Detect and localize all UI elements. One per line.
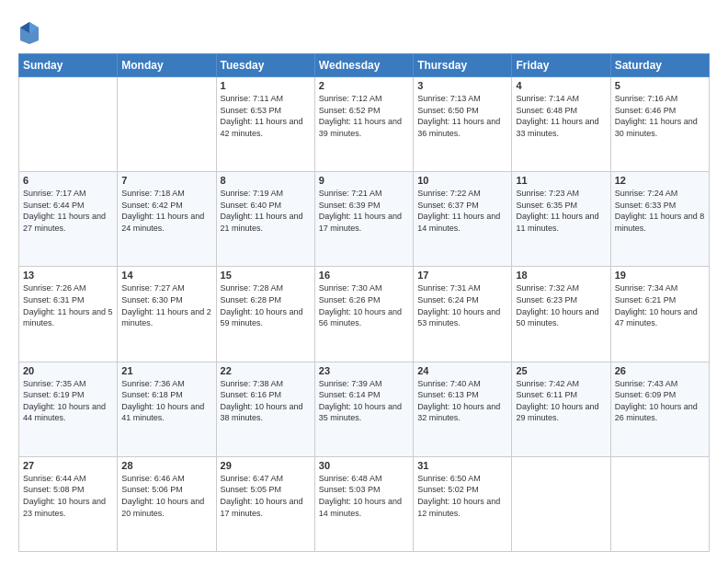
day-number: 17	[417, 270, 507, 281]
day-number: 16	[319, 270, 409, 281]
day-number: 4	[516, 80, 606, 91]
day-info: Sunrise: 7:23 AM Sunset: 6:35 PM Dayligh…	[516, 188, 606, 234]
day-number: 27	[23, 460, 113, 471]
day-number: 19	[615, 270, 705, 281]
calendar-day-cell: 31Sunrise: 6:50 AM Sunset: 5:02 PM Dayli…	[414, 456, 512, 551]
calendar-day-cell: 5Sunrise: 7:16 AM Sunset: 6:46 PM Daylig…	[610, 77, 709, 172]
day-info: Sunrise: 6:44 AM Sunset: 5:08 PM Dayligh…	[23, 473, 113, 519]
calendar-day-cell	[118, 77, 216, 172]
calendar-day-cell: 3Sunrise: 7:13 AM Sunset: 6:50 PM Daylig…	[414, 77, 512, 172]
calendar-week-row: 27Sunrise: 6:44 AM Sunset: 5:08 PM Dayli…	[19, 456, 710, 551]
calendar-day-cell: 17Sunrise: 7:31 AM Sunset: 6:24 PM Dayli…	[414, 267, 512, 362]
calendar-day-cell: 16Sunrise: 7:30 AM Sunset: 6:26 PM Dayli…	[314, 267, 413, 362]
day-number: 15	[221, 270, 311, 281]
calendar-day-cell: 30Sunrise: 6:48 AM Sunset: 5:03 PM Dayli…	[314, 456, 413, 551]
calendar-day-cell: 14Sunrise: 7:27 AM Sunset: 6:30 PM Dayli…	[118, 267, 216, 362]
day-info: Sunrise: 7:35 AM Sunset: 6:19 PM Dayligh…	[23, 378, 113, 424]
day-of-week-header: Sunday	[19, 54, 118, 77]
day-number: 24	[417, 365, 507, 376]
day-info: Sunrise: 6:48 AM Sunset: 5:03 PM Dayligh…	[319, 473, 409, 519]
calendar-week-row: 13Sunrise: 7:26 AM Sunset: 6:31 PM Dayli…	[19, 267, 710, 362]
day-info: Sunrise: 6:47 AM Sunset: 5:05 PM Dayligh…	[221, 473, 311, 519]
calendar-day-cell: 26Sunrise: 7:43 AM Sunset: 6:09 PM Dayli…	[610, 362, 709, 456]
day-number: 11	[516, 175, 606, 186]
calendar-day-cell: 13Sunrise: 7:26 AM Sunset: 6:31 PM Dayli…	[19, 267, 118, 362]
day-info: Sunrise: 7:28 AM Sunset: 6:28 PM Dayligh…	[221, 282, 311, 328]
day-info: Sunrise: 7:16 AM Sunset: 6:46 PM Dayligh…	[615, 93, 705, 139]
calendar-day-cell: 7Sunrise: 7:18 AM Sunset: 6:42 PM Daylig…	[118, 172, 216, 267]
day-info: Sunrise: 7:31 AM Sunset: 6:24 PM Dayligh…	[417, 282, 507, 328]
calendar-day-cell	[610, 456, 709, 551]
day-number: 20	[23, 365, 113, 376]
day-number: 30	[319, 460, 409, 471]
day-info: Sunrise: 7:11 AM Sunset: 6:53 PM Dayligh…	[221, 93, 311, 139]
calendar-day-cell: 4Sunrise: 7:14 AM Sunset: 6:48 PM Daylig…	[512, 77, 610, 172]
day-info: Sunrise: 7:12 AM Sunset: 6:52 PM Dayligh…	[319, 93, 409, 139]
day-number: 21	[121, 365, 211, 376]
day-info: Sunrise: 7:36 AM Sunset: 6:18 PM Dayligh…	[121, 378, 211, 424]
calendar-day-cell: 1Sunrise: 7:11 AM Sunset: 6:53 PM Daylig…	[216, 77, 314, 172]
calendar-day-cell: 19Sunrise: 7:34 AM Sunset: 6:21 PM Dayli…	[610, 267, 709, 362]
day-info: Sunrise: 7:32 AM Sunset: 6:23 PM Dayligh…	[516, 282, 606, 328]
day-number: 10	[417, 175, 507, 186]
day-info: Sunrise: 7:26 AM Sunset: 6:31 PM Dayligh…	[23, 282, 113, 328]
calendar-day-cell: 6Sunrise: 7:17 AM Sunset: 6:44 PM Daylig…	[19, 172, 118, 267]
day-of-week-header: Wednesday	[314, 54, 413, 77]
calendar-day-cell	[19, 77, 118, 172]
calendar-day-cell: 11Sunrise: 7:23 AM Sunset: 6:35 PM Dayli…	[512, 172, 610, 267]
day-number: 9	[319, 175, 409, 186]
logo	[18, 20, 44, 46]
day-of-week-header: Saturday	[610, 54, 709, 77]
day-number: 31	[417, 460, 507, 471]
day-number: 3	[417, 80, 507, 91]
calendar-day-cell: 24Sunrise: 7:40 AM Sunset: 6:13 PM Dayli…	[414, 362, 512, 456]
day-info: Sunrise: 7:34 AM Sunset: 6:21 PM Dayligh…	[615, 282, 705, 328]
day-number: 2	[319, 80, 409, 91]
day-info: Sunrise: 7:22 AM Sunset: 6:37 PM Dayligh…	[417, 188, 507, 234]
calendar-week-row: 6Sunrise: 7:17 AM Sunset: 6:44 PM Daylig…	[19, 172, 710, 267]
day-info: Sunrise: 7:42 AM Sunset: 6:11 PM Dayligh…	[516, 378, 606, 424]
day-number: 28	[121, 460, 211, 471]
day-info: Sunrise: 7:24 AM Sunset: 6:33 PM Dayligh…	[615, 188, 705, 234]
page: SundayMondayTuesdayWednesdayThursdayFrid…	[0, 0, 728, 563]
calendar-day-cell: 21Sunrise: 7:36 AM Sunset: 6:18 PM Dayli…	[118, 362, 216, 456]
day-number: 7	[121, 175, 211, 186]
day-info: Sunrise: 7:18 AM Sunset: 6:42 PM Dayligh…	[121, 188, 211, 234]
calendar-day-cell: 12Sunrise: 7:24 AM Sunset: 6:33 PM Dayli…	[610, 172, 709, 267]
calendar-day-cell: 23Sunrise: 7:39 AM Sunset: 6:14 PM Dayli…	[314, 362, 413, 456]
day-number: 5	[615, 80, 705, 91]
day-info: Sunrise: 6:50 AM Sunset: 5:02 PM Dayligh…	[417, 473, 507, 519]
day-info: Sunrise: 7:39 AM Sunset: 6:14 PM Dayligh…	[319, 378, 409, 424]
calendar-header-row: SundayMondayTuesdayWednesdayThursdayFrid…	[19, 54, 710, 77]
day-number: 13	[23, 270, 113, 281]
day-info: Sunrise: 7:40 AM Sunset: 6:13 PM Dayligh…	[417, 378, 507, 424]
day-info: Sunrise: 7:17 AM Sunset: 6:44 PM Dayligh…	[23, 188, 113, 234]
day-number: 8	[221, 175, 311, 186]
calendar-week-row: 20Sunrise: 7:35 AM Sunset: 6:19 PM Dayli…	[19, 362, 710, 456]
calendar-day-cell: 10Sunrise: 7:22 AM Sunset: 6:37 PM Dayli…	[414, 172, 512, 267]
calendar: SundayMondayTuesdayWednesdayThursdayFrid…	[18, 53, 710, 552]
day-number: 22	[221, 365, 311, 376]
calendar-week-row: 1Sunrise: 7:11 AM Sunset: 6:53 PM Daylig…	[19, 77, 710, 172]
calendar-day-cell: 9Sunrise: 7:21 AM Sunset: 6:39 PM Daylig…	[314, 172, 413, 267]
day-info: Sunrise: 7:13 AM Sunset: 6:50 PM Dayligh…	[417, 93, 507, 139]
day-number: 23	[319, 365, 409, 376]
day-number: 12	[615, 175, 705, 186]
calendar-day-cell: 29Sunrise: 6:47 AM Sunset: 5:05 PM Dayli…	[216, 456, 314, 551]
day-number: 6	[23, 175, 113, 186]
calendar-day-cell: 28Sunrise: 6:46 AM Sunset: 5:06 PM Dayli…	[118, 456, 216, 551]
day-of-week-header: Tuesday	[216, 54, 314, 77]
day-number: 25	[516, 365, 606, 376]
day-of-week-header: Friday	[512, 54, 610, 77]
day-number: 29	[221, 460, 311, 471]
day-number: 14	[121, 270, 211, 281]
day-info: Sunrise: 7:19 AM Sunset: 6:40 PM Dayligh…	[221, 188, 311, 234]
calendar-day-cell: 15Sunrise: 7:28 AM Sunset: 6:28 PM Dayli…	[216, 267, 314, 362]
day-of-week-header: Monday	[118, 54, 216, 77]
day-number: 26	[615, 365, 705, 376]
header	[18, 17, 710, 46]
calendar-day-cell: 2Sunrise: 7:12 AM Sunset: 6:52 PM Daylig…	[314, 77, 413, 172]
day-info: Sunrise: 7:27 AM Sunset: 6:30 PM Dayligh…	[121, 282, 211, 328]
calendar-day-cell: 18Sunrise: 7:32 AM Sunset: 6:23 PM Dayli…	[512, 267, 610, 362]
day-info: Sunrise: 7:38 AM Sunset: 6:16 PM Dayligh…	[221, 378, 311, 424]
